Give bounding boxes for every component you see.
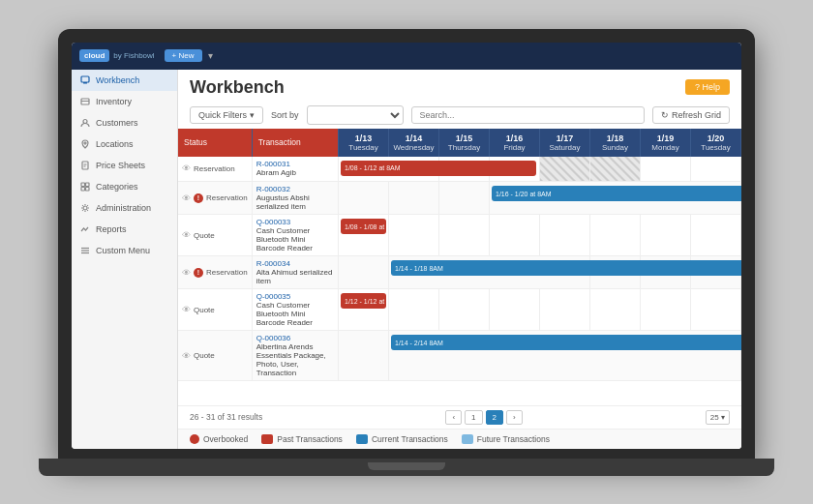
legend-current: Current Transactions [356,434,448,444]
content-area: Workbench ? Help Quick Filters ▾ Sort by [178,70,741,449]
timeline-cell: 1/16 - 1/20 at 8AM [490,182,741,215]
table-row: 👁 Quote Q-000036 Albertina Arends Essent… [178,331,741,381]
overbooked-label: Overbooked [203,434,248,444]
pagination: ‹ 1 2 › [445,410,522,425]
help-button[interactable]: ? Help [685,79,730,95]
sidebar-label-price-sheets: Price Sheets [96,161,145,170]
transaction-id: R-000031 [256,160,334,168]
result-count: 26 - 31 of 31 results [190,412,262,422]
timeline-bar: 1/12 - 1/12 at 1PM [341,293,386,309]
svg-rect-6 [82,162,88,169]
timeline-cell [439,215,490,256]
current-label: Current Transactions [372,434,448,444]
sidebar-item-locations[interactable]: Locations [72,133,177,155]
warning-icon: ! [194,193,203,203]
svg-point-5 [84,142,86,144]
transaction-name: Cash Customer Bluetooth Mini Barcode Rea… [256,226,334,252]
refresh-grid-button[interactable]: ↻ Refresh Grid [652,106,730,124]
past-indicator [261,434,273,444]
timeline-cell [389,182,439,215]
timeline-cell [590,289,641,331]
table-row: 👁 Quote Q-000035 Cash Customer Bluetooth… [178,289,741,331]
sidebar-label-categories: Categories [96,182,138,192]
col-header-d5: 1/17Saturday [540,129,590,157]
sidebar-item-custom-menu[interactable]: Custom Menu [72,240,177,261]
inventory-icon [79,96,91,107]
next-page-button[interactable]: › [506,410,523,425]
categories-icon [79,181,91,193]
per-page-select[interactable]: 25 ▾ [706,410,730,425]
sort-select[interactable] [307,105,404,125]
eye-icon[interactable]: 👁 [182,351,191,361]
timeline-cell: 1/14 - 2/14 8AM [389,331,741,381]
reports-icon [79,223,91,235]
customers-icon [79,117,91,129]
page-1-button[interactable]: 1 [465,410,482,425]
timeline-cell [641,289,691,331]
timeline-cell [389,215,439,256]
timeline-cell [540,157,590,182]
status-label: Reservation [206,268,248,277]
page-2-button[interactable]: 2 [486,410,503,425]
timeline-cell [641,256,691,289]
administration-icon [79,202,91,214]
eye-icon[interactable]: 👁 [182,305,191,314]
col-header-d4: 1/16Friday [490,129,540,157]
warning-icon: ! [194,268,203,278]
timeline-cell [490,215,540,256]
status-label: Reservation [194,164,235,173]
svg-rect-9 [81,183,85,187]
new-button[interactable]: + New [165,49,202,62]
search-input[interactable] [411,106,646,124]
sidebar-item-inventory[interactable]: Inventory [72,91,177,112]
timeline-cell: 1/08 - 1/08 at 1PM [339,215,389,256]
sidebar-item-price-sheets[interactable]: Price Sheets [72,155,177,176]
timeline-cell [339,331,389,381]
sidebar-item-customers[interactable]: Customers [72,112,177,133]
price-sheets-icon [79,160,91,171]
workbench-icon [79,74,91,86]
timeline-cell [590,157,641,182]
custom-menu-icon [79,245,91,256]
transaction-id: R-000032 [256,185,334,193]
table-row: 👁 Quote Q-000033 Cash Customer Bluetooth… [178,215,741,256]
prev-page-button[interactable]: ‹ [445,410,462,425]
timeline-cell [439,289,490,331]
current-indicator [356,434,368,444]
grid-container[interactable]: Status Transaction 1/13Tuesday 1/14Wedne… [178,129,741,405]
quick-filters-button[interactable]: Quick Filters ▾ [190,106,263,124]
refresh-icon: ↻ [661,110,672,120]
grid-footer: 26 - 31 of 31 results ‹ 1 2 › 25 ▾ [178,405,741,429]
eye-icon[interactable]: 👁 [182,163,191,173]
logo-cloud: cloud [79,49,109,62]
sidebar-item-reports[interactable]: Reports [72,219,177,240]
table-row: 👁 ! Reservation R-000034 Alta Ahimud ser… [178,256,741,289]
eye-icon[interactable]: 👁 [182,193,191,203]
sidebar-label-custom-menu: Custom Menu [96,246,150,255]
legend-future: Future Transactions [462,434,550,444]
eye-icon[interactable]: 👁 [182,230,191,240]
sidebar-item-administration[interactable]: Administration [72,197,177,219]
timeline-cell [339,256,389,289]
sort-label: Sort by [271,110,299,120]
timeline-cell [389,289,439,331]
eye-icon[interactable]: 👁 [182,268,191,278]
sidebar-label-workbench: Workbench [96,75,139,85]
timeline-cell [439,182,490,215]
timeline-cell [540,289,590,331]
timeline-cell: 1/08 - 1/12 at 8AM [339,157,439,182]
sidebar-label-reports: Reports [96,224,127,234]
sidebar-item-categories[interactable]: Categories [72,176,177,197]
future-indicator [462,434,473,444]
svg-rect-12 [86,187,90,191]
transaction-id: Q-000035 [256,292,334,301]
timeline-cell [490,289,540,331]
transaction-name: Albertina Arends Essentials Package, Pho… [256,342,334,377]
legend-bar: Overbooked Past Transactions Current Tra… [178,429,741,449]
grid-table: Status Transaction 1/13Tuesday 1/14Wedne… [178,129,741,382]
timeline-bar: 1/16 - 1/20 at 8AM [492,186,741,201]
sidebar-item-workbench[interactable]: Workbench [72,70,177,91]
svg-rect-1 [83,82,87,84]
timeline-cell: 1/12 - 1/12 at 1PM [339,289,389,331]
svg-rect-10 [86,183,90,187]
